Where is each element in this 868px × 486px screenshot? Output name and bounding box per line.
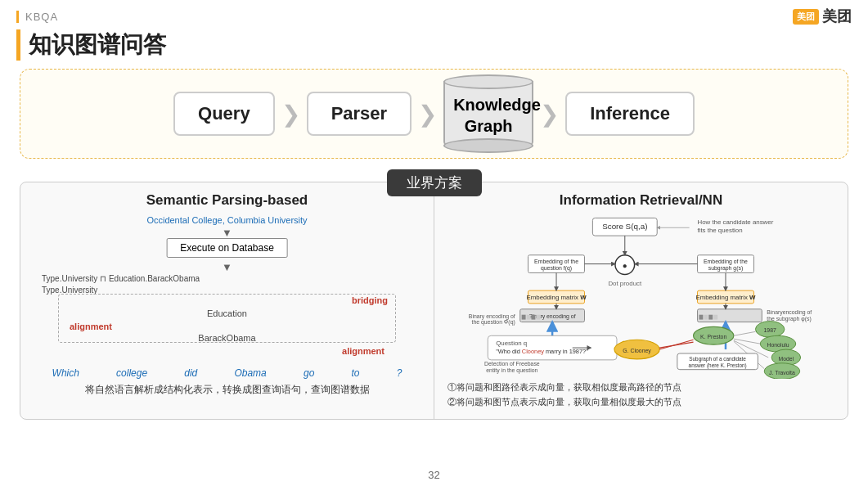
left-panel-bottom-text: 将自然语言解析成结构化表示，转换成图查询语句，查询图谱数据	[34, 384, 421, 396]
bottom-panels-wrapper: 业界方案 Semantic Parsing-based Occidental C…	[20, 182, 848, 420]
svg-text:Score S(q,a): Score S(q,a)	[602, 222, 647, 231]
svg-text:Detection of Freebase: Detection of Freebase	[484, 361, 540, 367]
svg-text:●: ●	[623, 261, 627, 270]
sp-barackobama: BarackObama	[198, 333, 255, 343]
sp-bridging: bridging	[352, 295, 388, 305]
svg-text:J. Travolta: J. Travolta	[769, 370, 795, 376]
sp-answer: Occidental College, Columbia University	[146, 215, 307, 225]
flow-arrow-2: ❯	[418, 101, 437, 128]
svg-text:subgraph g(s): subgraph g(s)	[708, 265, 743, 272]
logo-area: 美团 美团	[793, 7, 852, 26]
svg-text:Subgraph of a candidate: Subgraph of a candidate	[689, 356, 746, 362]
right-panel: Information Retrieval/NN Score S(q,a) Ho…	[434, 182, 848, 419]
left-panel-title: Semantic Parsing-based	[34, 192, 421, 209]
flow-arrow-3: ❯	[540, 101, 559, 128]
svg-rect-24	[522, 315, 526, 320]
svg-text:Honolulu: Honolulu	[767, 342, 789, 348]
svg-text:entity in the question: entity in the question	[486, 367, 537, 374]
kg-box: KnowledgeGraph	[443, 81, 533, 146]
kbqa-label: KBQA	[16, 11, 58, 23]
title-container: 知识图谱问答	[16, 29, 852, 61]
flow-arrow-1: ❯	[281, 101, 300, 128]
svg-text:Dot product: Dot product	[608, 280, 642, 287]
svg-text:1987: 1987	[764, 327, 776, 333]
svg-rect-35	[713, 315, 717, 320]
ir-diagram: Score S(q,a) How the candidate answer fi…	[447, 215, 834, 379]
svg-text:Model: Model	[779, 356, 794, 362]
sp-diagram: Occidental College, Columbia University …	[34, 215, 421, 379]
svg-text:K. Preston: K. Preston	[700, 334, 726, 340]
yejie-label: 业界方案	[387, 169, 482, 196]
svg-rect-32	[699, 315, 703, 320]
svg-line-60	[659, 342, 693, 348]
sp-type1: Type.University ⊓ Education.BarackObama	[42, 274, 200, 283]
svg-text:question f(q): question f(q)	[541, 265, 572, 272]
svg-text:G. Clooney: G. Clooney	[623, 348, 651, 354]
svg-text:Embedding of the: Embedding of the	[534, 259, 578, 265]
svg-rect-25	[527, 315, 531, 320]
logo-badge: 美团	[793, 9, 819, 25]
right-panel-text1: ①将问题和图路径表示成向量，获取相似度最高路径的节点	[447, 380, 834, 395]
svg-rect-33	[704, 315, 708, 320]
kg-cylinder-body: KnowledgeGraph	[443, 81, 533, 146]
page-number: 32	[428, 469, 439, 481]
right-panel-bottom-text: ①将问题和图路径表示成向量，获取相似度最高路径的节点 ②将问题和图节点表示成向量…	[447, 380, 834, 409]
svg-text:fits the question: fits the question	[697, 227, 742, 234]
sp-alignment1: alignment	[70, 322, 112, 331]
right-panel-title: Information Retrieval/NN	[447, 192, 834, 209]
svg-rect-34	[708, 315, 713, 320]
svg-line-62	[734, 339, 761, 344]
svg-text:Embedding matrix W: Embedding matrix W	[695, 294, 756, 301]
sp-arrow-1: ▼	[222, 227, 232, 239]
sp-query-words: Which college did Obama go to ?	[34, 367, 421, 379]
svg-text:"Who did Clooney marry in 1987: "Who did Clooney marry in 1987?"	[496, 348, 588, 355]
svg-text:answer (here K. Preston): answer (here K. Preston)	[689, 362, 747, 369]
left-panel: Semantic Parsing-based Occidental Colleg…	[20, 182, 434, 419]
top-bar: KBQA 美团 美团	[0, 0, 868, 29]
page-title: 知识图谱问答	[29, 29, 166, 61]
flow-step-kg-container: KnowledgeGraph	[443, 81, 533, 146]
svg-text:the question Φ(q): the question Φ(q)	[472, 320, 515, 326]
sp-arrow-2: ▼	[222, 261, 232, 273]
kg-cylinder-bottom	[443, 138, 533, 153]
svg-line-61	[734, 331, 756, 335]
svg-text:Binary encoding of: Binary encoding of	[469, 313, 515, 320]
svg-text:Binary encoding of: Binary encoding of	[529, 313, 576, 320]
sp-alignment2: alignment	[342, 346, 385, 356]
logo-text: 美团	[822, 7, 852, 26]
flow-diagram: Query ❯ Parser ❯ KnowledgeGraph ❯ Infere…	[20, 69, 848, 159]
panels-container: Semantic Parsing-based Occidental Colleg…	[20, 182, 848, 420]
right-panel-text2: ②将问题和图节点表示成向量，获取向量相似度最大的节点	[447, 395, 834, 410]
flow-step-query: Query	[173, 92, 275, 136]
svg-rect-27	[536, 315, 540, 320]
svg-rect-26	[531, 315, 535, 320]
sp-execute-box: Execute on Database	[166, 238, 288, 258]
kg-cylinder-top	[443, 74, 533, 89]
svg-text:Embedding of the: Embedding of the	[704, 259, 748, 265]
flow-step-parser: Parser	[307, 92, 412, 136]
svg-text:Binaryencoding of: Binaryencoding of	[767, 309, 812, 316]
ir-svg: Score S(q,a) How the candidate answer fi…	[447, 215, 834, 379]
svg-text:Question q: Question q	[496, 340, 527, 347]
svg-text:Embedding matrix W: Embedding matrix W	[526, 294, 587, 301]
sp-education: Education	[207, 308, 247, 318]
flow-step-inference: Inference	[565, 92, 695, 136]
svg-text:How the candidate answer: How the candidate answer	[697, 218, 773, 226]
